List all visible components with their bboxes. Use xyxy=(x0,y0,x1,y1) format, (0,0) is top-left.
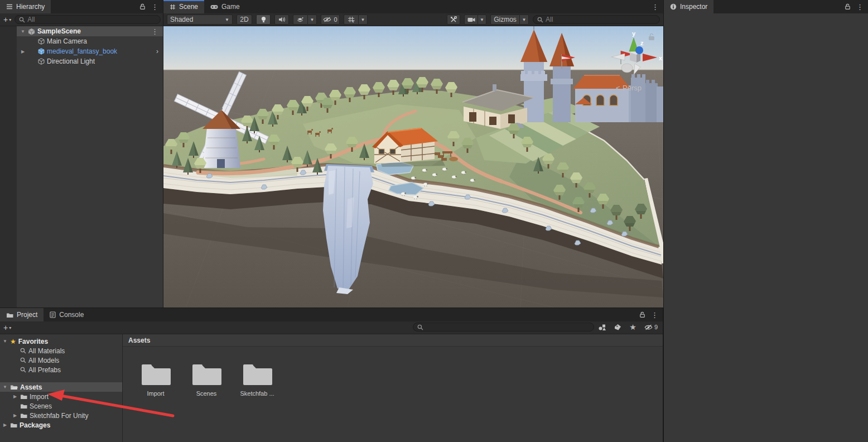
folder-item-scenes[interactable]: Scenes xyxy=(186,362,227,397)
lock-icon[interactable] xyxy=(845,3,851,10)
tab-project[interactable]: Project xyxy=(0,308,44,321)
search-icon xyxy=(20,357,26,363)
sidebar-item-all-models[interactable]: All Models xyxy=(0,355,122,365)
scene-viewport[interactable]: y x z < Persp xyxy=(163,26,663,308)
scene-camera-button[interactable] xyxy=(464,15,478,25)
sidebar-item-assets[interactable]: ▼ Assets xyxy=(0,382,122,392)
sidebar-item-favorites[interactable]: ▼ ★ Favorites xyxy=(0,337,122,346)
lightbulb-icon xyxy=(261,16,267,23)
folder-icon xyxy=(141,362,171,386)
favorites-star-button[interactable]: ★ xyxy=(628,322,638,332)
scene-effects-caret[interactable]: ▼ xyxy=(307,15,317,25)
search-icon xyxy=(19,17,25,23)
hierarchy-row-samplescene[interactable]: ▼ SampleScene ⋮ xyxy=(17,26,163,36)
persp-label[interactable]: Persp xyxy=(623,84,642,92)
foldout-open-icon[interactable]: ▼ xyxy=(2,339,8,344)
scene-search-input[interactable]: All xyxy=(533,15,660,24)
hierarchy-panel: Hierarchy ⋮ +▾ All xyxy=(0,0,163,308)
scene-grid-dropdown: Y ▼ xyxy=(344,15,368,25)
project-create-button[interactable]: +▾ xyxy=(0,323,15,332)
search-icon xyxy=(20,348,26,354)
scene-effects-toggle[interactable] xyxy=(293,15,307,25)
scene-camera-caret[interactable]: ▼ xyxy=(478,15,486,25)
unity-scene-icon xyxy=(28,28,35,35)
prefab-open-chevron-icon[interactable]: › xyxy=(156,47,158,55)
foldout-closed-icon[interactable]: ▶ xyxy=(20,49,26,54)
toggle-2d-button[interactable]: 2D xyxy=(237,15,252,25)
scene-panel: Scene Game ⋮ Shaded▼ 2D xyxy=(163,0,663,308)
hierarchy-create-button[interactable]: +▾ xyxy=(0,15,15,24)
kebab-menu-icon[interactable]: ⋮ xyxy=(151,3,158,11)
gameobject-cube-icon xyxy=(38,58,45,65)
draw-mode-dropdown[interactable]: Shaded▼ xyxy=(167,15,233,25)
sidebar-item-sketchfab-for-unity[interactable]: ▶ Sketchfab For Unity xyxy=(0,411,122,420)
search-icon xyxy=(537,17,543,23)
kebab-menu-icon[interactable]: ⋮ xyxy=(856,3,864,11)
speaker-icon xyxy=(278,17,286,22)
project-hidden-count-button[interactable]: 9 xyxy=(643,323,659,331)
console-icon xyxy=(50,311,56,318)
search-by-type-button[interactable] xyxy=(596,323,608,332)
scene-lighting-toggle[interactable] xyxy=(256,15,271,25)
axis-x-label: x xyxy=(659,55,663,61)
axis-z-label: z xyxy=(640,40,644,46)
scene-toolbar: Shaded▼ 2D ▼ xyxy=(163,13,663,26)
hierarchy-row-medieval-fantasy-book[interactable]: ▶ medieval_fantasy_book › xyxy=(17,46,163,56)
tools-wrench-icon xyxy=(450,16,457,23)
kebab-menu-icon[interactable]: ⋮ xyxy=(151,28,158,35)
project-search-input[interactable] xyxy=(413,323,594,332)
tab-hierarchy[interactable]: Hierarchy xyxy=(0,0,51,13)
scene-effects-dropdown: ▼ xyxy=(293,15,317,25)
sidebar-item-import[interactable]: ▶ Import xyxy=(0,392,122,401)
project-sidebar: ▼ ★ Favorites All Materials All xyxy=(0,334,123,442)
folder-item-sketchfab[interactable]: Sketchfab ... xyxy=(237,362,278,397)
prefab-cube-icon xyxy=(38,48,45,55)
sidebar-item-all-prefabs[interactable]: All Prefabs xyxy=(0,365,122,374)
tab-console[interactable]: Console xyxy=(44,308,90,321)
sky xyxy=(163,26,663,71)
tab-game[interactable]: Game xyxy=(204,0,246,13)
sidebar-item-packages[interactable]: ▶ Packages xyxy=(0,420,122,430)
assets-breadcrumb: Assets xyxy=(123,334,663,347)
scene-hidden-objects-toggle[interactable]: 0 xyxy=(321,15,340,25)
gamepad-icon xyxy=(210,4,218,9)
sidebar-item-scenes[interactable]: Scenes xyxy=(0,401,122,411)
scene-tools-button[interactable] xyxy=(447,15,460,25)
inspector-panel: Inspector ⋮ xyxy=(663,0,868,442)
sidebar-item-all-materials[interactable]: All Materials xyxy=(0,346,122,355)
gameobject-cube-icon xyxy=(38,38,45,45)
scene-name: SampleScene xyxy=(37,27,81,35)
folder-item-import[interactable]: Import xyxy=(135,362,176,397)
lock-icon[interactable] xyxy=(139,3,146,10)
gizmos-button[interactable]: Gizmos xyxy=(490,15,519,25)
foldout-closed-icon[interactable]: ▶ xyxy=(12,413,18,418)
scene-grid-caret[interactable]: ▼ xyxy=(358,15,368,25)
scene-camera-dropdown: ▼ xyxy=(464,15,486,25)
hierarchy-search-input[interactable]: All xyxy=(15,15,161,24)
inspector-empty-body xyxy=(664,13,868,442)
scene-audio-toggle[interactable] xyxy=(274,15,289,25)
folder-icon xyxy=(20,403,27,409)
gizmos-caret[interactable]: ▼ xyxy=(519,15,529,25)
foldout-open-icon[interactable]: ▼ xyxy=(20,29,26,34)
foldout-closed-icon[interactable]: ▶ xyxy=(12,394,18,399)
lock-icon[interactable] xyxy=(639,311,645,318)
hierarchy-row-main-camera[interactable]: Main Camera xyxy=(17,36,163,46)
project-panel: Project Console ⋮ +▾ xyxy=(0,308,663,442)
tab-inspector[interactable]: Inspector xyxy=(664,0,713,13)
kebab-menu-icon[interactable]: ⋮ xyxy=(651,311,658,319)
folder-icon xyxy=(6,312,13,318)
project-toolbar: +▾ ★ 9 xyxy=(0,321,663,334)
project-tabbar: Project Console ⋮ xyxy=(0,308,663,321)
grid-hash-icon xyxy=(170,4,176,10)
scene-grid-toggle[interactable]: Y xyxy=(344,15,358,25)
hierarchy-row-directional-light[interactable]: Directional Light xyxy=(17,56,163,66)
svg-text:Y: Y xyxy=(352,20,355,23)
axis-z-sphere[interactable] xyxy=(635,46,643,54)
folder-open-icon xyxy=(10,384,18,390)
kebab-menu-icon[interactable]: ⋮ xyxy=(652,3,659,11)
search-by-label-button[interactable] xyxy=(613,323,623,332)
foldout-open-icon[interactable]: ▼ xyxy=(2,385,8,390)
foldout-closed-icon[interactable]: ▶ xyxy=(2,422,8,427)
tab-scene[interactable]: Scene xyxy=(163,0,204,13)
